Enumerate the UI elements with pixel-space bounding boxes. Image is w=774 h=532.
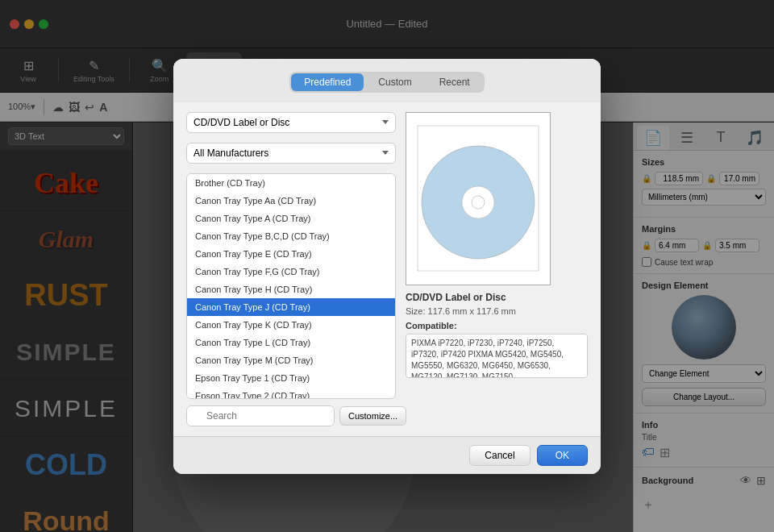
- tab-custom[interactable]: Custom: [365, 73, 424, 91]
- list-item[interactable]: Canon Tray Type F,G (CD Tray): [187, 263, 395, 281]
- modal-tabs: Predefined Custom Recent: [289, 72, 484, 93]
- modal-search-row: 🔍 Customize...: [186, 405, 396, 426]
- list-item[interactable]: Canon Tray Type A (CD Tray): [187, 210, 395, 227]
- search-wrapper: 🔍: [186, 405, 335, 426]
- list-item[interactable]: Brother (CD Tray): [187, 174, 395, 192]
- compatible-text: PIXMA iP7220, iP7230, iP7240, iP7250, iP…: [411, 339, 564, 378]
- list-item[interactable]: Epson Tray Type 1 (CD Tray): [187, 369, 395, 387]
- modal-body: CD/DVD Label or Disc All Manufacturers B…: [173, 102, 601, 436]
- list-item-selected[interactable]: Canon Tray Type J (CD Tray): [187, 298, 395, 316]
- list-item[interactable]: Canon Tray Type K (CD Tray): [187, 316, 395, 334]
- disc-preview-svg: [414, 122, 543, 275]
- modal-left: CD/DVD Label or Disc All Manufacturers B…: [186, 112, 396, 426]
- modal-footer: Cancel OK: [173, 436, 601, 474]
- cancel-button[interactable]: Cancel: [469, 445, 530, 466]
- list-item[interactable]: Canon Tray Type L (CD Tray): [187, 334, 395, 351]
- modal-dropdown-type[interactable]: CD/DVD Label or Disc: [186, 112, 396, 133]
- list-item[interactable]: Canon Tray Type Aa (CD Tray): [187, 192, 395, 210]
- compatible-label: Compatible:: [406, 321, 588, 330]
- modal-right: CD/DVD Label or Disc Size: 117.6 mm x 11…: [406, 112, 588, 426]
- tab-predefined[interactable]: Predefined: [291, 73, 364, 91]
- modal-overlay: Predefined Custom Recent CD/DVD Label or…: [0, 0, 774, 532]
- list-item[interactable]: Canon Tray Type E (CD Tray): [187, 245, 395, 263]
- ok-button[interactable]: OK: [537, 445, 588, 466]
- disc-preview-box: [406, 112, 551, 285]
- svg-point-3: [472, 196, 485, 209]
- preview-size: Size: 117.6 mm x 117.6 mm: [406, 306, 588, 316]
- modal-dropdown-manufacturer[interactable]: All Manufacturers: [186, 143, 396, 164]
- tab-recent[interactable]: Recent: [427, 73, 483, 91]
- list-item[interactable]: Epson Tray Type 2 (CD Tray): [187, 387, 395, 399]
- modal-dialog: Predefined Custom Recent CD/DVD Label or…: [173, 59, 601, 474]
- compatible-box: PIXMA iP7220, iP7230, iP7240, iP7250, iP…: [406, 334, 588, 378]
- customize-button[interactable]: Customize...: [339, 406, 406, 426]
- list-item[interactable]: Canon Tray Type H (CD Tray): [187, 281, 395, 298]
- search-input[interactable]: [186, 405, 335, 426]
- list-item[interactable]: Canon Tray Type M (CD Tray): [187, 351, 395, 369]
- list-item[interactable]: Canon Tray Type B,C,D (CD Tray): [187, 227, 395, 245]
- modal-list[interactable]: Brother (CD Tray) Canon Tray Type Aa (CD…: [186, 173, 396, 399]
- preview-label: CD/DVD Label or Disc: [406, 292, 588, 303]
- modal-header: Predefined Custom Recent: [173, 59, 601, 102]
